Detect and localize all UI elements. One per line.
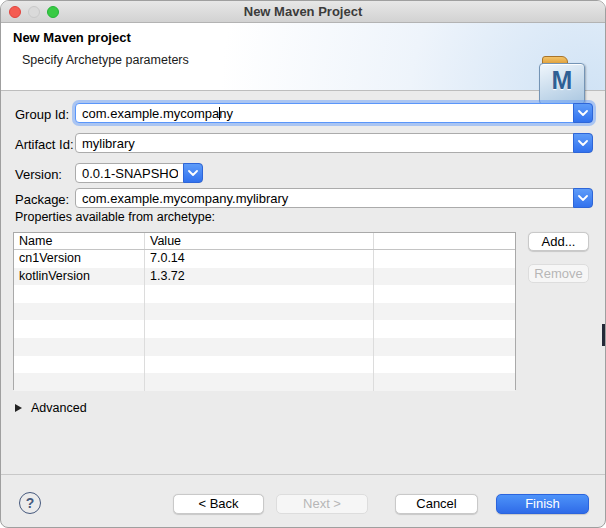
cell-extra[interactable]: [374, 303, 515, 321]
cancel-button[interactable]: Cancel: [395, 494, 478, 514]
table-row[interactable]: [14, 320, 515, 338]
cell-extra[interactable]: [374, 268, 515, 286]
cell-name[interactable]: cn1Version: [14, 250, 145, 268]
wizard-header: New Maven project Specify Archetype para…: [1, 23, 605, 91]
table-row[interactable]: [14, 285, 515, 303]
column-header-name[interactable]: Name: [14, 233, 145, 249]
new-maven-project-dialog: New Maven Project New Maven project Spec…: [0, 0, 606, 528]
table-row[interactable]: [14, 338, 515, 356]
cell-value[interactable]: 1.3.72: [145, 268, 374, 286]
package-combo[interactable]: [75, 188, 593, 208]
cell-value[interactable]: [145, 303, 374, 321]
cell-value[interactable]: [145, 320, 374, 338]
table-row[interactable]: [14, 356, 515, 374]
window-edge-artifact: [602, 324, 605, 346]
add-button[interactable]: Add...: [528, 232, 589, 251]
chevron-down-icon: [188, 170, 198, 176]
table-row[interactable]: kotlinVersion1.3.72: [14, 268, 515, 286]
cell-name[interactable]: kotlinVersion: [14, 268, 145, 286]
remove-button: Remove: [528, 264, 589, 283]
chevron-down-icon: [578, 195, 588, 201]
cell-value[interactable]: 7.0.14: [145, 250, 374, 268]
cell-extra[interactable]: [374, 356, 515, 374]
version-combo[interactable]: [75, 163, 203, 183]
cell-extra[interactable]: [374, 320, 515, 338]
version-input[interactable]: [76, 164, 182, 182]
table-body: cn1Version7.0.14kotlinVersion1.3.72: [14, 250, 515, 391]
properties-table[interactable]: Name Value cn1Version7.0.14kotlinVersion…: [13, 232, 516, 390]
artifact-id-label: Artifact Id:: [15, 137, 74, 152]
advanced-section-toggle[interactable]: Advanced: [15, 401, 87, 415]
artifact-id-input[interactable]: [76, 134, 572, 152]
artifact-id-dropdown-button[interactable]: [573, 133, 593, 153]
cell-name[interactable]: [14, 356, 145, 374]
page-title: New Maven project: [13, 30, 131, 45]
footer-divider: [1, 474, 605, 475]
version-dropdown-button[interactable]: [183, 163, 203, 183]
column-header-value[interactable]: Value: [145, 233, 374, 249]
group-id-input[interactable]: [76, 104, 572, 122]
page-subtitle: Specify Archetype parameters: [22, 53, 189, 67]
version-label: Version:: [15, 167, 62, 182]
cell-value[interactable]: [145, 285, 374, 303]
cell-value[interactable]: [145, 338, 374, 356]
cell-name[interactable]: [14, 303, 145, 321]
cell-extra[interactable]: [374, 285, 515, 303]
cell-name[interactable]: [14, 373, 145, 391]
cell-extra[interactable]: [374, 250, 515, 268]
maven-folder-icon: M: [539, 56, 585, 106]
table-row[interactable]: [14, 373, 515, 391]
package-input[interactable]: [76, 189, 572, 207]
chevron-down-icon: [578, 110, 588, 116]
help-button[interactable]: ?: [19, 492, 41, 514]
cell-value[interactable]: [145, 356, 374, 374]
next-button: Next >: [276, 494, 368, 514]
artifact-id-combo[interactable]: [75, 133, 593, 153]
question-mark-icon: ?: [26, 495, 35, 511]
chevron-down-icon: [578, 140, 588, 146]
finish-button[interactable]: Finish: [496, 494, 589, 514]
group-id-combo[interactable]: [75, 103, 593, 123]
cell-value[interactable]: [145, 373, 374, 391]
cell-name[interactable]: [14, 320, 145, 338]
cell-name[interactable]: [14, 338, 145, 356]
group-id-dropdown-button[interactable]: [573, 103, 593, 123]
text-caret: [219, 107, 220, 120]
properties-label: Properties available from archetype:: [15, 210, 215, 224]
title-bar[interactable]: New Maven Project: [1, 1, 605, 23]
advanced-label: Advanced: [31, 401, 87, 415]
column-header-extra[interactable]: [374, 233, 515, 249]
package-dropdown-button[interactable]: [573, 188, 593, 208]
cell-extra[interactable]: [374, 373, 515, 391]
group-id-label: Group Id:: [15, 107, 69, 122]
table-row[interactable]: [14, 303, 515, 321]
window-title: New Maven Project: [1, 4, 605, 19]
table-row[interactable]: cn1Version7.0.14: [14, 250, 515, 268]
cell-name[interactable]: [14, 285, 145, 303]
triangle-right-icon: [15, 404, 22, 412]
table-header-row[interactable]: Name Value: [14, 233, 515, 250]
back-button[interactable]: < Back: [173, 494, 264, 514]
package-label: Package:: [15, 192, 69, 207]
cell-extra[interactable]: [374, 338, 515, 356]
